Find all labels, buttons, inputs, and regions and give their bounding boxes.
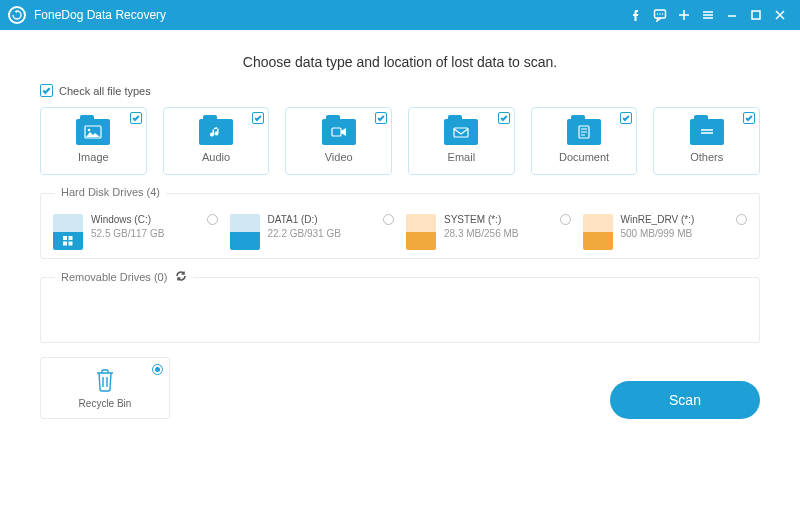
svg-point-2 bbox=[659, 13, 660, 14]
type-video-checkbox[interactable] bbox=[375, 112, 387, 124]
type-others[interactable]: Others bbox=[653, 107, 760, 175]
drive-system-icon bbox=[406, 214, 436, 250]
maximize-icon[interactable] bbox=[744, 0, 768, 30]
drive-size: 500 MB/999 MB bbox=[621, 228, 695, 239]
check-all-label: Check all file types bbox=[59, 85, 151, 97]
titlebar: FoneDog Data Recovery bbox=[0, 0, 800, 30]
drive-size: 22.2 GB/931 GB bbox=[268, 228, 341, 239]
trash-icon bbox=[94, 367, 116, 393]
check-all-row[interactable]: Check all file types bbox=[40, 84, 760, 97]
svg-rect-8 bbox=[454, 128, 468, 137]
hdd-section: Hard Disk Drives (4) Windows (C:) 52.5 G… bbox=[40, 193, 760, 259]
type-audio[interactable]: Audio bbox=[163, 107, 270, 175]
app-logo-icon bbox=[8, 6, 26, 24]
main-content: Choose data type and location of lost da… bbox=[0, 30, 800, 433]
svg-rect-10 bbox=[63, 236, 67, 240]
document-icon bbox=[567, 119, 601, 145]
video-icon bbox=[322, 119, 356, 145]
type-email-checkbox[interactable] bbox=[498, 112, 510, 124]
drive-size: 28.3 MB/256 MB bbox=[444, 228, 518, 239]
recycle-bin-card[interactable]: Recycle Bin bbox=[40, 357, 170, 419]
removable-legend: Removable Drives (0) bbox=[55, 270, 193, 284]
type-document[interactable]: Document bbox=[531, 107, 638, 175]
type-document-label: Document bbox=[559, 151, 609, 163]
check-all-checkbox[interactable] bbox=[40, 84, 53, 97]
svg-rect-11 bbox=[69, 236, 73, 240]
drive-name: Windows (C:) bbox=[91, 214, 164, 225]
others-icon bbox=[690, 119, 724, 145]
drive-name: SYSTEM (*:) bbox=[444, 214, 518, 225]
svg-rect-7 bbox=[332, 128, 341, 136]
image-icon bbox=[76, 119, 110, 145]
drive-winre[interactable]: WinRE_DRV (*:) 500 MB/999 MB bbox=[583, 214, 748, 250]
menu-icon[interactable] bbox=[696, 0, 720, 30]
type-image[interactable]: Image bbox=[40, 107, 147, 175]
facebook-icon[interactable] bbox=[624, 0, 648, 30]
minimize-icon[interactable] bbox=[720, 0, 744, 30]
drive-name: WinRE_DRV (*:) bbox=[621, 214, 695, 225]
svg-rect-13 bbox=[69, 242, 73, 246]
page-heading: Choose data type and location of lost da… bbox=[40, 54, 760, 70]
drive-windows-c[interactable]: Windows (C:) 52.5 GB/117 GB bbox=[53, 214, 218, 250]
svg-rect-12 bbox=[63, 242, 67, 246]
app-title: FoneDog Data Recovery bbox=[34, 8, 166, 22]
drive-system[interactable]: SYSTEM (*:) 28.3 MB/256 MB bbox=[406, 214, 571, 250]
drive-winre-icon bbox=[583, 214, 613, 250]
type-email-label: Email bbox=[448, 151, 476, 163]
plus-icon[interactable] bbox=[672, 0, 696, 30]
svg-point-6 bbox=[88, 129, 91, 132]
drive-windows-icon bbox=[53, 214, 83, 250]
hdd-legend: Hard Disk Drives (4) bbox=[55, 186, 166, 198]
close-icon[interactable] bbox=[768, 0, 792, 30]
feedback-icon[interactable] bbox=[648, 0, 672, 30]
type-audio-label: Audio bbox=[202, 151, 230, 163]
file-type-grid: Image Audio Video Email Document Others bbox=[40, 107, 760, 175]
type-others-label: Others bbox=[690, 151, 723, 163]
type-video-label: Video bbox=[325, 151, 353, 163]
audio-icon bbox=[199, 119, 233, 145]
drive-winre-radio[interactable] bbox=[736, 214, 747, 225]
removable-section: Removable Drives (0) bbox=[40, 277, 760, 343]
drive-size: 52.5 GB/117 GB bbox=[91, 228, 164, 239]
svg-point-3 bbox=[662, 13, 663, 14]
type-image-label: Image bbox=[78, 151, 109, 163]
recycle-bin-radio[interactable] bbox=[152, 364, 163, 375]
drive-windows-c-radio[interactable] bbox=[207, 214, 218, 225]
refresh-icon[interactable] bbox=[175, 270, 187, 284]
recycle-bin-label: Recycle Bin bbox=[79, 398, 132, 409]
bottom-row: Recycle Bin Scan bbox=[40, 357, 760, 419]
drive-data-icon bbox=[230, 214, 260, 250]
email-icon bbox=[444, 119, 478, 145]
type-audio-checkbox[interactable] bbox=[252, 112, 264, 124]
type-others-checkbox[interactable] bbox=[743, 112, 755, 124]
drive-name: DATA1 (D:) bbox=[268, 214, 341, 225]
type-video[interactable]: Video bbox=[285, 107, 392, 175]
svg-point-1 bbox=[657, 13, 658, 14]
drive-data1-d[interactable]: DATA1 (D:) 22.2 GB/931 GB bbox=[230, 214, 395, 250]
scan-button[interactable]: Scan bbox=[610, 381, 760, 419]
drive-system-radio[interactable] bbox=[560, 214, 571, 225]
type-document-checkbox[interactable] bbox=[620, 112, 632, 124]
type-email[interactable]: Email bbox=[408, 107, 515, 175]
drive-data1-d-radio[interactable] bbox=[383, 214, 394, 225]
type-image-checkbox[interactable] bbox=[130, 112, 142, 124]
svg-rect-4 bbox=[752, 11, 760, 19]
